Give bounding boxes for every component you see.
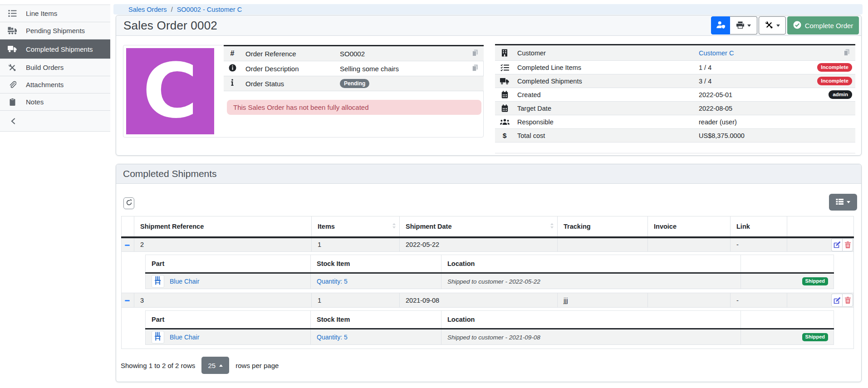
- customer-admin-button[interactable]: [711, 16, 730, 34]
- chevron-down-icon: [776, 25, 780, 27]
- copy-icon[interactable]: [472, 49, 478, 58]
- collapse-row-toggle[interactable]: [122, 237, 134, 252]
- order-detail-row: Order StatusPending: [224, 76, 484, 91]
- sort-icon[interactable]: [550, 223, 554, 230]
- chevron-down-icon: [847, 201, 850, 203]
- sidebar-item-completed-shipments[interactable]: Completed Shipments: [0, 39, 110, 59]
- customer-image: C: [126, 48, 214, 134]
- tools-icon: [6, 64, 18, 72]
- detail-value: SO0002: [340, 50, 365, 58]
- order-summary-row: Target Date2022-08-05: [495, 102, 855, 115]
- rows-per-page-label: rows per page: [235, 362, 279, 369]
- check-circle-icon: [793, 21, 801, 30]
- shipment-reference-cell: 3: [134, 293, 312, 308]
- order-summary-empty-row: [495, 142, 855, 153]
- shipment-detail-row: Part Stock Item Location Blue Chair Quan…: [122, 308, 854, 349]
- order-options-dropdown-button[interactable]: [759, 16, 786, 34]
- chevron-left-icon: [7, 118, 19, 124]
- part-link[interactable]: Blue Chair: [170, 334, 199, 341]
- calendar-icon: [499, 104, 510, 112]
- shipment-date-cell: 2021-09-08: [400, 293, 558, 308]
- column-header-shipment-date[interactable]: Shipment Date: [400, 216, 558, 237]
- breadcrumb-link-sales-orders[interactable]: Sales Orders: [128, 6, 167, 13]
- complete-order-button[interactable]: Complete Order: [787, 16, 859, 34]
- summary-value: 1 / 4: [699, 64, 711, 71]
- part-link[interactable]: Blue Chair: [170, 278, 199, 285]
- summary-label: Created: [517, 91, 541, 98]
- summary-label: Responsible: [517, 118, 554, 126]
- chevron-down-icon: [747, 25, 751, 27]
- stock-item-link[interactable]: Quantity: 5: [317, 334, 348, 341]
- info-circle-icon: [227, 64, 237, 73]
- page-size-value: 25: [208, 362, 216, 369]
- column-header-shipment-reference[interactable]: Shipment Reference: [134, 216, 312, 237]
- list-icon: [6, 10, 18, 17]
- breadcrumb: Sales Orders / SO0002 - Customer C: [113, 4, 863, 15]
- customer-link[interactable]: Customer C: [699, 49, 734, 57]
- sort-icon[interactable]: [392, 223, 396, 230]
- expand-column-header: [122, 216, 134, 237]
- complete-order-label: Complete Order: [805, 22, 853, 29]
- minus-icon[interactable]: [125, 300, 130, 301]
- copy-icon[interactable]: [843, 49, 850, 57]
- subtable-header-stock-item: Stock Item: [311, 311, 441, 329]
- subtable-header-empty: [741, 311, 834, 329]
- order-detail-row: Order DescriptionSelling some chairs: [224, 61, 484, 76]
- info-icon: [227, 79, 237, 88]
- sidebar-item-line-items[interactable]: Line Items: [0, 5, 110, 22]
- part-thumbnail: [152, 275, 164, 288]
- delete-shipment-button[interactable]: [842, 294, 853, 307]
- subtable-header-part: Part: [146, 255, 311, 273]
- print-dropdown-button[interactable]: [730, 16, 757, 34]
- column-header-tracking[interactable]: Tracking: [558, 216, 648, 237]
- column-select-button[interactable]: [829, 194, 857, 211]
- location-text: Shipped to customer - 2022-05-22: [447, 278, 540, 285]
- order-summary-row: Completed Line Items1 / 4Incomplete: [495, 61, 855, 74]
- shipment-date-cell: 2022-05-22: [400, 237, 558, 252]
- shipment-actions-cell: [787, 293, 854, 308]
- sidebar-collapse-button[interactable]: [0, 110, 110, 132]
- table-columns-icon: [836, 198, 843, 206]
- copy-icon[interactable]: [472, 64, 478, 73]
- sidebar-item-attachments[interactable]: Attachments: [0, 76, 110, 93]
- summary-value: 2022-08-05: [699, 105, 732, 112]
- minus-icon[interactable]: [125, 245, 130, 246]
- sidebar: Line ItemsPending ShipmentsCompleted Shi…: [0, 5, 110, 132]
- sidebar-item-build-orders[interactable]: Build Orders: [0, 59, 110, 76]
- breadcrumb-link-current[interactable]: SO0002 - Customer C: [177, 6, 242, 13]
- shipment-link-cell: -: [731, 237, 787, 252]
- allocation-alert: This Sales Order has not been fully allo…: [227, 100, 481, 115]
- shipment-items-cell: 1: [312, 293, 400, 308]
- delete-shipment-button[interactable]: [842, 238, 853, 251]
- sidebar-item-label: Attachments: [26, 81, 64, 88]
- shipment-row: 3 1 2021-09-08 jjj -: [122, 293, 854, 308]
- sidebar-item-pending-shipments[interactable]: Pending Shipments: [0, 22, 110, 39]
- summary-label: Customer: [517, 49, 546, 57]
- shipped-badge: Shipped: [802, 333, 828, 341]
- row-count-summary: Showing 1 to 2 of 2 rows: [121, 362, 195, 369]
- refresh-button[interactable]: [123, 197, 134, 209]
- edit-shipment-button[interactable]: [831, 238, 842, 251]
- breadcrumb-separator: /: [171, 6, 173, 13]
- truck-loading-icon: [6, 27, 18, 34]
- status-badge: admin: [829, 90, 852, 99]
- edit-shipment-button[interactable]: [831, 294, 842, 307]
- allocation-row: Blue Chair Quantity: 5 Shipped to custom…: [146, 273, 834, 289]
- page-title: Sales Order 0002: [123, 19, 217, 33]
- column-header-invoice[interactable]: Invoice: [648, 216, 731, 237]
- status-badge: Incomplete: [817, 63, 852, 72]
- shipments-table: Shipment Reference Items Shipment Date T…: [121, 216, 854, 349]
- collapse-row-toggle[interactable]: [122, 293, 134, 308]
- order-summary-row: Created2022-05-01admin: [495, 88, 855, 102]
- summary-label: Total cost: [517, 132, 545, 139]
- person-shield-icon: [716, 21, 726, 30]
- allocations-subtable: Part Stock Item Location Blue Chair Quan…: [145, 310, 834, 345]
- sidebar-item-notes[interactable]: Notes: [0, 93, 110, 110]
- column-header-items[interactable]: Items: [312, 216, 400, 237]
- column-header-link[interactable]: Link: [731, 216, 787, 237]
- shipment-tracking-cell: [558, 237, 648, 252]
- shipment-detail-row: Part Stock Item Location Blue Chair Quan…: [122, 252, 854, 293]
- page-size-dropdown[interactable]: 25: [201, 357, 229, 374]
- chair-icon: [154, 332, 162, 342]
- stock-item-link[interactable]: Quantity: 5: [317, 278, 348, 285]
